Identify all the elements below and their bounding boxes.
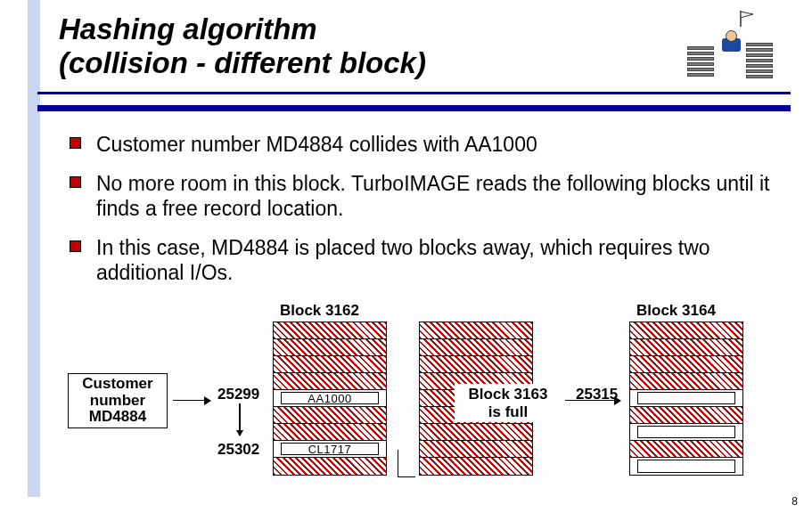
- arrow-icon: [565, 400, 620, 401]
- record-cell-cl1717: CL1717: [274, 441, 386, 458]
- record-cell: [274, 339, 386, 356]
- person-icon: [718, 30, 745, 57]
- list-item: No more room in this block. TurboIMAGE r…: [70, 171, 776, 221]
- customer-label-2: number: [69, 393, 167, 410]
- record-cell: [630, 322, 742, 339]
- record-cell: [630, 441, 742, 458]
- diagram: Block 3162 Block 3164 Customer number MD…: [59, 307, 772, 485]
- page-title: Hashing algorithm (collision - different…: [59, 12, 426, 80]
- record-cell-free: [630, 424, 742, 441]
- cell-value: AA1000: [308, 392, 351, 405]
- connector: [398, 476, 415, 477]
- block-label-1: Block 3162: [280, 302, 359, 320]
- customer-label-1: Customer: [69, 376, 167, 393]
- title-line-2: (collision - different block): [59, 46, 426, 79]
- record-cell: [420, 424, 532, 441]
- customer-label-3: MD4884: [69, 409, 167, 426]
- mid-line-1: Block 3163: [469, 386, 548, 403]
- block-label-3: Block 3164: [636, 302, 716, 320]
- bullet-text: No more room in this block. TurboIMAGE r…: [96, 172, 770, 220]
- arrow-down-icon: [239, 403, 241, 436]
- record-number: 25299: [217, 386, 259, 403]
- title-line-1: Hashing algorithm: [59, 12, 317, 45]
- record-cell: [630, 373, 742, 390]
- record-number: 25302: [217, 441, 259, 459]
- bullet-list: Customer number MD4884 collides with AA1…: [70, 132, 776, 299]
- record-cell-free: [630, 390, 742, 407]
- bullet-icon: [70, 137, 81, 149]
- record-cell: [274, 458, 386, 475]
- record-cell-free: [630, 458, 742, 475]
- bullet-icon: [70, 240, 81, 252]
- list-item: Customer number MD4884 collides with AA1…: [70, 132, 776, 157]
- flag-icon: [739, 11, 757, 27]
- record-cell: [420, 356, 532, 373]
- record-cell: [274, 424, 386, 441]
- bullet-text: Customer number MD4884 collides with AA1…: [96, 133, 537, 156]
- record-cell: [274, 373, 386, 390]
- customer-box: Customer number MD4884: [68, 373, 168, 428]
- bullet-text: In this case, MD4884 is placed two block…: [96, 236, 710, 284]
- record-cell: [420, 339, 532, 356]
- arrow-icon: [173, 400, 210, 401]
- record-cell: [630, 356, 742, 373]
- cell-value: CL1717: [308, 443, 352, 456]
- accent-bottom: [28, 105, 40, 497]
- record-cell: [274, 322, 386, 339]
- accent-top: [28, 0, 40, 105]
- rule-thin: [37, 92, 791, 94]
- record-cell: [630, 407, 742, 424]
- cartoon-decoration: [687, 11, 776, 86]
- record-cell: [274, 407, 386, 424]
- bullet-icon: [70, 176, 81, 188]
- block-3164: [629, 322, 743, 476]
- rule-thick: [37, 105, 791, 111]
- record-cell-aa1000: AA1000: [274, 390, 386, 407]
- record-cell: [630, 339, 742, 356]
- record-cell: [420, 441, 532, 458]
- record-cell: [274, 356, 386, 373]
- connector: [398, 450, 398, 476]
- record-number: 25315: [576, 386, 618, 403]
- record-cell: [420, 458, 532, 475]
- block-3163-label: Block 3163 is full: [455, 384, 562, 422]
- block-3162: AA1000 CL1717: [273, 322, 387, 476]
- mid-line-2: is full: [488, 403, 528, 420]
- record-cell: [420, 322, 532, 339]
- list-item: In this case, MD4884 is placed two block…: [70, 235, 776, 285]
- page-number: 8: [791, 495, 798, 508]
